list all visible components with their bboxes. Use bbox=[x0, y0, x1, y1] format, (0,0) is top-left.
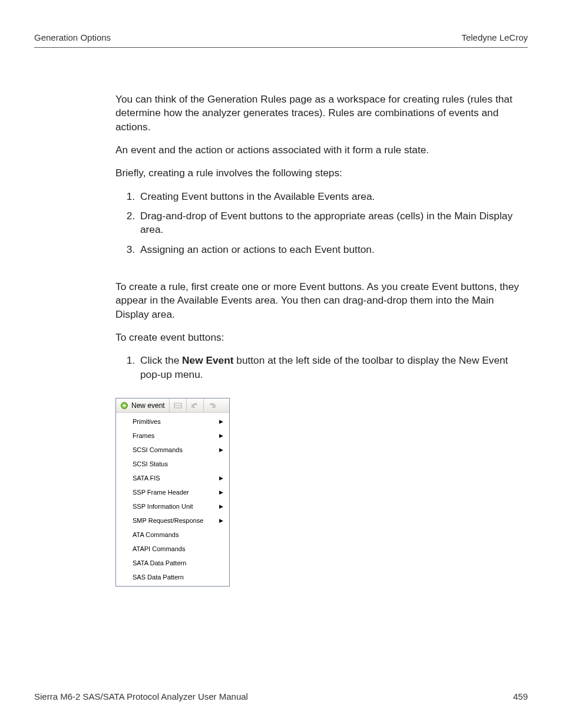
text: Click the bbox=[140, 354, 182, 366]
submenu-arrow-icon: ▶ bbox=[219, 475, 223, 482]
menu-item-label: Frames bbox=[133, 431, 154, 440]
redo-icon bbox=[208, 402, 216, 409]
steps-list: Creating Event buttons in the Available … bbox=[115, 190, 527, 256]
menu-item[interactable]: SSP Information Unit▶ bbox=[116, 499, 229, 513]
running-header: Generation Options Teledyne LeCroy bbox=[34, 32, 528, 48]
menu-item-label: SSP Frame Header bbox=[133, 488, 189, 497]
paragraph: An event and the action or actions assoc… bbox=[115, 143, 527, 157]
menu-item-label: ATAPI Commands bbox=[133, 545, 185, 554]
new-event-popup: New event Primitive bbox=[115, 398, 230, 587]
menu-item[interactable]: SATA FIS▶ bbox=[116, 471, 229, 485]
menu-item[interactable]: Primitives▶ bbox=[116, 414, 229, 429]
paragraph: To create a rule, first create one or mo… bbox=[115, 280, 527, 321]
popup-menu-list: Primitives▶Frames▶SCSI Commands▶SCSI Sta… bbox=[116, 413, 229, 586]
submenu-arrow-icon: ▶ bbox=[219, 503, 223, 510]
paragraph: To create event buttons: bbox=[115, 331, 527, 344]
submenu-arrow-icon: ▶ bbox=[219, 432, 223, 439]
menu-item-label: Primitives bbox=[133, 417, 161, 426]
new-event-icon bbox=[120, 401, 128, 410]
undo-button bbox=[187, 398, 204, 412]
menu-item-label: SCSI Status bbox=[133, 460, 168, 469]
list-item: Assigning an action or actions to each E… bbox=[138, 243, 527, 256]
undo-icon bbox=[191, 402, 199, 409]
menu-item[interactable]: SMP Request/Response▶ bbox=[116, 513, 229, 528]
menu-item-label: SSP Information Unit bbox=[133, 502, 193, 511]
submenu-arrow-icon: ▶ bbox=[219, 418, 223, 425]
menu-item-label: ATA Commands bbox=[133, 531, 178, 539]
running-footer: Sierra M6-2 SAS/SATA Protocol Analyzer U… bbox=[34, 691, 528, 701]
menu-item-label: SCSI Commands bbox=[133, 446, 183, 454]
menu-item[interactable]: SATA Data Pattern bbox=[116, 556, 229, 570]
page: Generation Options Teledyne LeCroy You c… bbox=[0, 0, 562, 728]
menu-item[interactable]: ATA Commands bbox=[116, 528, 229, 542]
new-event-label: New event bbox=[131, 401, 165, 410]
header-left: Generation Options bbox=[34, 32, 111, 42]
menu-item[interactable]: SCSI Commands▶ bbox=[116, 443, 229, 457]
submenu-arrow-icon: ▶ bbox=[219, 489, 223, 496]
paragraph: Briefly, creating a rule involves the fo… bbox=[115, 166, 527, 180]
footer-left: Sierra M6-2 SAS/SATA Protocol Analyzer U… bbox=[34, 691, 248, 701]
new-event-button[interactable]: New event bbox=[116, 398, 170, 412]
menu-item[interactable]: Frames▶ bbox=[116, 429, 229, 443]
menu-item[interactable]: ATAPI Commands bbox=[116, 542, 229, 556]
menu-item[interactable]: SAS Data Pattern bbox=[116, 570, 229, 584]
paragraph: You can think of the Generation Rules pa… bbox=[115, 93, 527, 134]
submenu-arrow-icon: ▶ bbox=[219, 446, 223, 453]
instruction-list: Click the New Event button at the left s… bbox=[115, 354, 527, 381]
menu-item[interactable]: SCSI Status bbox=[116, 457, 229, 471]
menu-item-label: SATA FIS bbox=[133, 474, 160, 483]
list-item: Creating Event buttons in the Available … bbox=[138, 190, 527, 203]
body-content: You can think of the Generation Rules pa… bbox=[34, 93, 528, 587]
toolbar-button-disabled bbox=[170, 398, 187, 412]
bold-text: New Event bbox=[182, 354, 233, 366]
menu-item-label: SMP Request/Response bbox=[133, 516, 203, 525]
header-right: Teledyne LeCroy bbox=[461, 32, 528, 42]
menu-item-label: SATA Data Pattern bbox=[133, 559, 186, 568]
list-item: Drag-and-drop of Event buttons to the ap… bbox=[138, 209, 527, 237]
footer-right: 459 bbox=[513, 691, 528, 701]
menu-item-label: SAS Data Pattern bbox=[133, 573, 184, 582]
menu-item[interactable]: SSP Frame Header▶ bbox=[116, 485, 229, 499]
tool-icon bbox=[174, 402, 182, 409]
submenu-arrow-icon: ▶ bbox=[219, 517, 223, 524]
popup-toolbar: New event bbox=[116, 398, 229, 413]
redo-button bbox=[204, 398, 220, 412]
list-item: Click the New Event button at the left s… bbox=[138, 354, 527, 381]
